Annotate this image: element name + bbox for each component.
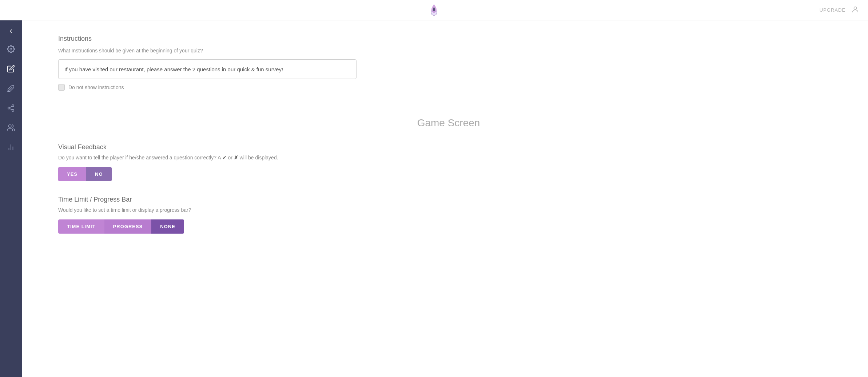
sidebar-item-analytics[interactable] — [0, 138, 22, 157]
instructions-section: Instructions What Instructions should be… — [58, 35, 839, 91]
main-layout: Instructions What Instructions should be… — [0, 20, 868, 377]
top-nav-right: UPGRADE — [820, 5, 859, 15]
sidebar-item-settings[interactable] — [0, 39, 22, 59]
logo-icon — [427, 3, 441, 16]
do-not-show-checkbox[interactable] — [58, 84, 65, 91]
time-limit-btn-group: TIME LIMIT PROGRESS NONE — [58, 219, 839, 234]
sidebar-item-edit[interactable] — [0, 59, 22, 79]
visual-feedback-desc: Do you want to tell the player if he/she… — [58, 155, 839, 160]
logo-container — [427, 3, 441, 17]
svg-point-1 — [854, 7, 856, 9]
sidebar-item-players[interactable] — [0, 118, 22, 138]
yes-button[interactable]: YES — [58, 167, 86, 181]
sidebar-item-share[interactable] — [0, 98, 22, 118]
svg-line-7 — [10, 108, 12, 110]
time-limit-title: Time Limit / Progress Bar — [58, 196, 839, 203]
instructions-title: Instructions — [58, 35, 839, 43]
instructions-description: What Instructions should be given at the… — [58, 48, 839, 53]
game-screen-title: Game Screen — [58, 117, 839, 129]
checkbox-label: Do not show instructions — [68, 84, 124, 90]
top-nav: UPGRADE — [0, 0, 868, 20]
sidebar-item-design[interactable] — [0, 79, 22, 98]
content-area: Instructions What Instructions should be… — [22, 20, 868, 377]
visual-feedback-btn-group: YES NO — [58, 167, 839, 181]
svg-point-9 — [9, 125, 11, 127]
instructions-input[interactable] — [58, 59, 357, 79]
progress-button[interactable]: PROGRESS — [104, 219, 152, 234]
sidebar — [0, 20, 22, 377]
time-limit-button[interactable]: TIME LIMIT — [58, 219, 104, 234]
time-limit-desc: Would you like to set a time limit or di… — [58, 207, 839, 213]
svg-point-2 — [10, 48, 12, 50]
upgrade-link[interactable]: UPGRADE — [820, 7, 845, 13]
svg-line-3 — [8, 87, 12, 92]
visual-feedback-title: Visual Feedback — [58, 143, 839, 151]
section-divider — [58, 104, 839, 104]
time-limit-section: Time Limit / Progress Bar Would you like… — [58, 196, 839, 234]
sidebar-toggle[interactable] — [0, 23, 22, 39]
user-icon[interactable] — [851, 5, 859, 15]
no-button[interactable]: NO — [86, 167, 112, 181]
checkbox-row: Do not show instructions — [58, 84, 839, 91]
none-button[interactable]: NONE — [151, 219, 184, 234]
visual-feedback-section: Visual Feedback Do you want to tell the … — [58, 143, 839, 181]
svg-line-8 — [10, 106, 12, 108]
